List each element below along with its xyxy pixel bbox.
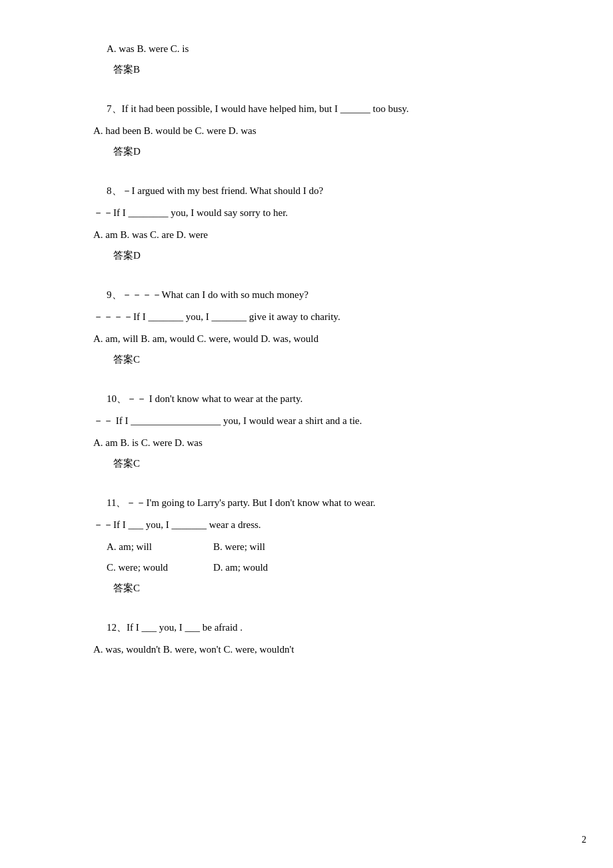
q12-options: A. was, wouldn't B. were, won't C. were,…: [93, 641, 520, 659]
q11-answer: 答案C: [93, 579, 520, 597]
question-10: 10、－－ I don't know what to wear at the p…: [93, 390, 520, 473]
q11-option-a: A. am; will: [107, 538, 213, 556]
q11-option-c: C. were; would: [107, 559, 213, 577]
q8-subtext: －－If I ________ you, I would say sorry t…: [93, 204, 520, 222]
q10-answer: 答案C: [93, 455, 520, 473]
q11-options-row1: A. am; will B. were; will: [93, 538, 520, 556]
q8-options: A. am B. was C. are D. were: [93, 226, 520, 244]
q10-text: 10、－－ I don't know what to wear at the p…: [93, 390, 520, 408]
q9-options: A. am, will B. am, would C. were, would …: [93, 330, 520, 348]
q8-answer: 答案D: [93, 247, 520, 265]
q8-text: 8、－I argued with my best friend. What sh…: [93, 182, 520, 200]
top-options: A. was B. were C. is: [93, 40, 520, 58]
question-12: 12、If I ___ you, I ___ be afraid . A. wa…: [93, 619, 520, 659]
q7-answer: 答案D: [93, 143, 520, 161]
q11-options-row2: C. were; would D. am; would: [93, 559, 520, 577]
q10-subtext: －－ If I __________________ you, I would …: [93, 412, 520, 430]
q10-options: A. am B. is C. were D. was: [93, 434, 520, 452]
question-8: 8、－I argued with my best friend. What sh…: [93, 182, 520, 265]
top-fragment: A. was B. were C. is 答案B: [93, 40, 520, 79]
q11-option-d: D. am; would: [213, 559, 320, 577]
q12-text: 12、If I ___ you, I ___ be afraid .: [93, 619, 520, 637]
page-number: 2: [582, 831, 586, 848]
top-answer: 答案B: [93, 61, 520, 79]
question-11: 11、－－I'm going to Larry's party. But I d…: [93, 494, 520, 597]
q11-text: 11、－－I'm going to Larry's party. But I d…: [93, 494, 520, 512]
q7-text: 7、If it had been possible, I would have …: [93, 100, 520, 118]
question-7: 7、If it had been possible, I would have …: [93, 100, 520, 161]
q9-subtext: －－－－If I _______ you, I _______ give it …: [93, 308, 520, 326]
q9-text: 9、－－－－What can I do with so much money?: [93, 286, 520, 304]
q11-option-b: B. were; will: [213, 538, 320, 556]
q11-subtext: －－If I ___ you, I _______ wear a dress.: [93, 516, 520, 534]
q9-answer: 答案C: [93, 351, 520, 369]
q7-options: A. had been B. would be C. were D. was: [93, 122, 520, 140]
question-9: 9、－－－－What can I do with so much money? …: [93, 286, 520, 369]
